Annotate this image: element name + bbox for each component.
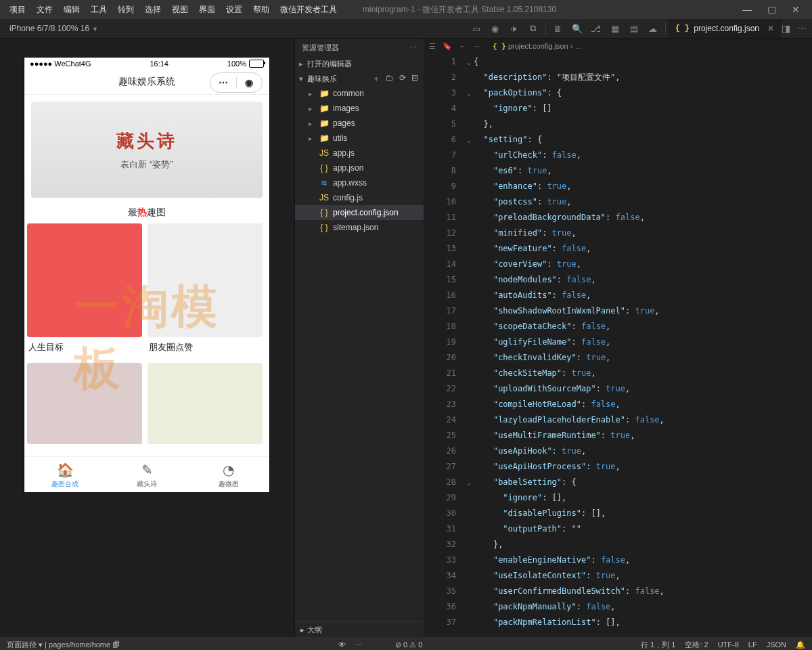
json-icon: { } (493, 42, 506, 51)
menu-item[interactable]: 编辑 (58, 2, 85, 17)
menu-item[interactable]: 设置 (221, 2, 248, 17)
explorer-more-icon[interactable]: ⋯ (409, 43, 417, 52)
simulator-panel: 一淘模板 ●●●●● WeChat4G 16:14 100% 趣味娱乐系统 ⋯◉… (0, 39, 294, 637)
tab-poem[interactable]: ✎藏头诗 (106, 457, 188, 492)
editor-panel: ☰ 🔖 ← → { } project.config.json › … 1234… (424, 39, 812, 637)
toolbar: iPhone 6/7/8 100% 16▼ ▭ ◉ 🕩 ⧉ 🗎 🔍 ⎇ ▦ ▤ … (0, 19, 812, 39)
file-node[interactable]: ▸📁utils (295, 131, 424, 146)
menu-bar: 项目文件编辑工具转到选择视图界面设置帮助微信开发者工具 miniprogram-… (0, 0, 812, 19)
menu-item[interactable]: 微信开发者工具 (275, 2, 342, 17)
status-bar: 页面路径 ▾ | pages/home/home 🗐 👁 ⋯ ⊘ 0 ⚠ 0 行… (0, 637, 812, 650)
cursor-pos[interactable]: 行 1，列 1 (641, 640, 675, 650)
window-title: miniprogram-1 - 微信开发者工具 Stable 1.05.2108… (363, 4, 735, 16)
device-selector[interactable]: iPhone 6/7/8 100% 16▼ (3, 22, 105, 35)
collapse-icon[interactable]: ⊟ (411, 73, 418, 85)
outline-section[interactable]: ▸大纲 (295, 622, 424, 637)
file-node[interactable]: ▸📁images (295, 101, 424, 116)
breadcrumb: ☰ 🔖 ← → { } project.config.json › … (424, 39, 812, 54)
grid-icon[interactable]: ▦ (606, 24, 625, 34)
file-node[interactable]: { }sitemap.json (295, 220, 424, 235)
eol[interactable]: LF (748, 641, 757, 649)
page-path-label: 页面路径 ▾ | pages/home/home 🗐 (7, 640, 120, 650)
menu-item[interactable]: 界面 (194, 2, 221, 17)
search-icon[interactable]: 🔍 (568, 24, 587, 34)
sim-tabbar: 🏠趣图合成 ✎藏头诗 ◔趣微图 (24, 456, 269, 492)
code-editor[interactable]: 1234567891011121314151617181920212223242… (424, 54, 812, 637)
cloud-icon[interactable]: ☁ (644, 24, 662, 34)
file-node[interactable]: JSapp.js (295, 146, 424, 160)
list-icon[interactable]: ☰ (429, 42, 436, 51)
back-icon[interactable]: ← (459, 42, 466, 50)
status-more-icon[interactable]: ⋯ (355, 641, 363, 649)
language-mode[interactable]: JSON (767, 641, 786, 649)
file-node[interactable]: ▸📁pages (295, 116, 424, 131)
close-icon[interactable]: ✕ (784, 4, 808, 15)
record-icon[interactable]: ◉ (486, 24, 505, 34)
more-icon[interactable]: ⋯ (797, 23, 807, 34)
open-editors-section[interactable]: ▸打开的编辑器 (295, 56, 424, 71)
layout-icon[interactable]: ◨ (782, 23, 790, 34)
view-icon[interactable]: 👁 (338, 641, 346, 649)
file-node[interactable]: { }project.config.json (295, 205, 424, 220)
branch-icon[interactable]: ⎇ (587, 24, 606, 34)
json-icon: { } (675, 24, 690, 33)
phone-simulator: ●●●●● WeChat4G 16:14 100% 趣味娱乐系统 ⋯◉ 藏头诗 … (24, 58, 269, 492)
hot-title: 最热趣图 (24, 204, 269, 221)
card-item[interactable]: 朋友圈点赞 (148, 223, 263, 358)
menu-item[interactable]: 帮助 (248, 2, 275, 17)
maximize-icon[interactable]: ▢ (759, 4, 784, 15)
menu-item[interactable]: 工具 (85, 2, 112, 17)
menu-item[interactable]: 文件 (31, 2, 58, 17)
phone-icon[interactable]: ▭ (467, 24, 486, 34)
file-node[interactable]: { }app.json (295, 160, 424, 175)
card-item[interactable]: 人生目标 (27, 223, 142, 358)
card-item[interactable] (148, 363, 263, 444)
bell-icon[interactable]: 🔔 (796, 641, 805, 649)
file-node[interactable]: JSconfig.js (295, 190, 424, 205)
file-node[interactable]: ▸📁common (295, 86, 424, 101)
file-node[interactable]: ≋app.wxss (295, 175, 424, 190)
mute-icon[interactable]: 🕩 (505, 24, 524, 34)
close-tab-icon[interactable]: ✕ (767, 24, 774, 33)
sim-status-bar: ●●●●● WeChat4G 16:14 100% (24, 58, 269, 70)
preview-icon[interactable]: ▤ (625, 24, 644, 34)
explorer-title: 资源管理器 (302, 43, 339, 53)
menu-item[interactable]: 选择 (139, 2, 166, 17)
popout-icon[interactable]: ⧉ (524, 23, 543, 34)
menu-item[interactable]: 视图 (166, 2, 194, 17)
encoding[interactable]: UTF-8 (718, 641, 739, 649)
card-item[interactable] (27, 363, 142, 444)
files-icon[interactable]: 🗎 (549, 24, 568, 34)
tab-weitu[interactable]: ◔趣微图 (187, 457, 269, 492)
indent[interactable]: 空格: 2 (685, 640, 708, 650)
project-root[interactable]: ▾趣味娱乐 ＋ 🗀 ⟳ ⊟ (295, 71, 424, 86)
refresh-icon[interactable]: ⟳ (399, 73, 406, 85)
banner[interactable]: 藏头诗 表白新 “姿势” (31, 102, 263, 198)
new-file-icon[interactable]: ＋ (372, 73, 380, 85)
capsule-button[interactable]: ⋯◉ (210, 72, 263, 93)
new-folder-icon[interactable]: 🗀 (386, 73, 394, 85)
minimize-icon[interactable]: — (735, 4, 759, 15)
menu-item[interactable]: 转到 (112, 2, 139, 17)
tab-compose[interactable]: 🏠趣图合成 (24, 457, 106, 492)
bookmark-icon[interactable]: 🔖 (443, 42, 452, 51)
forward-icon[interactable]: → (473, 42, 480, 50)
editor-tab[interactable]: { } project.config.json ✕ (669, 19, 782, 38)
sim-nav-bar: 趣味娱乐系统 ⋯◉ (24, 70, 269, 95)
problems[interactable]: ⊘ 0 ⚠ 0 (395, 641, 422, 649)
explorer-panel: 资源管理器 ⋯ ▸打开的编辑器 ▾趣味娱乐 ＋ 🗀 ⟳ ⊟ ▸📁common▸📁… (294, 39, 424, 637)
menu-item[interactable]: 项目 (4, 2, 31, 17)
